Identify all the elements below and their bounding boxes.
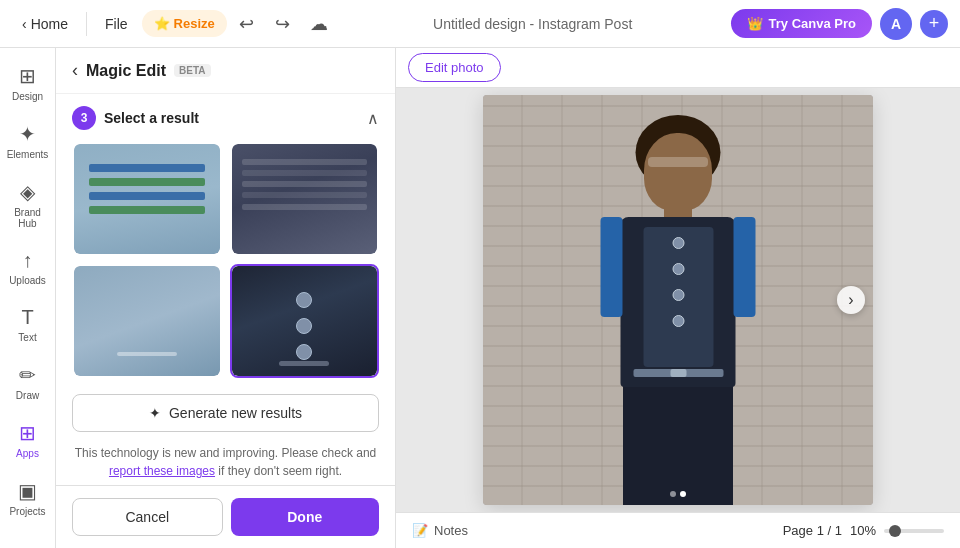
notice-text-after: if they don't seem right. [218, 464, 342, 478]
uploads-label: Uploads [9, 275, 46, 286]
page-indicator: Page 1 / 1 [783, 523, 842, 538]
notes-icon: 📝 [412, 523, 428, 538]
home-label: Home [31, 16, 68, 32]
panel-body: 3 Select a result ∧ [56, 94, 395, 485]
chevron-left-icon: ‹ [22, 16, 27, 32]
notes-label: Notes [434, 523, 468, 538]
result-item-4[interactable] [230, 264, 380, 378]
zoom-level: 10% [850, 523, 876, 538]
design-label: Design [12, 91, 43, 102]
save-button[interactable]: ☁ [303, 8, 335, 40]
left-sidebar: ⊞ Design ✦ Elements ◈ Brand Hub ↑ Upload… [0, 48, 56, 548]
apps-icon: ⊞ [19, 421, 36, 445]
draw-icon: ✏ [19, 363, 36, 387]
thumbnail-2 [232, 144, 378, 254]
notes-button[interactable]: 📝 Notes [412, 523, 468, 538]
panel-footer: Cancel Done [56, 485, 395, 548]
notice-paragraph: This technology is new and improving. Pl… [72, 444, 379, 480]
section-header: 3 Select a result ∧ [72, 106, 379, 130]
report-images-link[interactable]: report these images [109, 464, 215, 478]
canvas-image: › [483, 95, 873, 505]
brand-hub-label: Brand Hub [8, 207, 48, 229]
nav-dots [670, 491, 686, 497]
thumbnail-4 [232, 266, 378, 376]
nav-dot-1 [670, 491, 676, 497]
text-label: Text [18, 332, 36, 343]
brand-hub-icon: ◈ [20, 180, 35, 204]
sidebar-item-projects[interactable]: ▣ Projects [4, 471, 52, 525]
projects-label: Projects [9, 506, 45, 517]
thumbnail-3 [74, 266, 220, 376]
elements-label: Elements [7, 149, 49, 160]
cancel-button[interactable]: Cancel [72, 498, 223, 536]
notice-text-before: This technology is new and improving. Pl… [75, 446, 377, 460]
sidebar-item-draw[interactable]: ✏ Draw [4, 355, 52, 409]
sidebar-item-apps[interactable]: ⊞ Apps [4, 413, 52, 467]
redo-button[interactable]: ↪ [267, 8, 299, 40]
projects-icon: ▣ [18, 479, 37, 503]
bottom-right: Page 1 / 1 10% [783, 523, 944, 538]
resize-button[interactable]: ⭐ Resize [142, 10, 227, 37]
next-arrow-button[interactable]: › [837, 286, 865, 314]
bottom-bar: 📝 Notes Page 1 / 1 10% [396, 512, 960, 548]
elements-icon: ✦ [19, 122, 36, 146]
file-label: File [105, 16, 128, 32]
nav-dot-2 [680, 491, 686, 497]
text-icon: T [21, 306, 33, 329]
uploads-icon: ↑ [23, 249, 33, 272]
file-button[interactable]: File [95, 10, 138, 38]
panel-title: Magic Edit [86, 62, 166, 80]
collapse-button[interactable]: ∧ [367, 109, 379, 128]
avatar[interactable]: A [880, 8, 912, 40]
apps-label: Apps [16, 448, 39, 459]
canvas-workspace[interactable]: › [396, 88, 960, 512]
try-canva-button[interactable]: 👑 Try Canva Pro [731, 9, 872, 38]
canvas-toolbar: Edit photo [396, 48, 960, 88]
add-button[interactable]: + [920, 10, 948, 38]
generate-label: Generate new results [169, 405, 302, 421]
section-title: Select a result [104, 110, 367, 126]
result-item-3[interactable] [72, 264, 222, 378]
sidebar-item-uploads[interactable]: ↑ Uploads [4, 241, 52, 294]
sidebar-item-brand-hub[interactable]: ◈ Brand Hub [4, 172, 52, 237]
sidebar-item-elements[interactable]: ✦ Elements [4, 114, 52, 168]
topbar: ‹ Home File ⭐ Resize ↩ ↪ ☁ Untitled desi… [0, 0, 960, 48]
edit-photo-button[interactable]: Edit photo [408, 53, 501, 82]
star-icon: ⭐ [154, 16, 170, 31]
result-item-2[interactable] [230, 142, 380, 256]
crown-icon: 👑 [747, 16, 763, 31]
design-icon: ⊞ [19, 64, 36, 88]
resize-label: Resize [174, 16, 215, 31]
thumbnail-1 [74, 144, 220, 254]
done-button[interactable]: Done [231, 498, 380, 536]
result-grid [72, 142, 379, 378]
canvas-area: Edit photo [396, 48, 960, 548]
back-button[interactable]: ‹ [72, 60, 78, 81]
panel-header: ‹ Magic Edit BETA [56, 48, 395, 94]
person-figure [573, 105, 783, 505]
magic-edit-panel: ‹ Magic Edit BETA 3 Select a result ∧ [56, 48, 396, 548]
zoom-thumb [889, 525, 901, 537]
home-button[interactable]: ‹ Home [12, 10, 78, 38]
beta-badge: BETA [174, 64, 210, 77]
undo-button[interactable]: ↩ [231, 8, 263, 40]
sidebar-item-design[interactable]: ⊞ Design [4, 56, 52, 110]
topbar-right: 👑 Try Canva Pro A + [731, 8, 948, 40]
generate-results-button[interactable]: ✦ Generate new results [72, 394, 379, 432]
zoom-slider[interactable] [884, 529, 944, 533]
main-layout: ⊞ Design ✦ Elements ◈ Brand Hub ↑ Upload… [0, 48, 960, 548]
result-item-1[interactable] [72, 142, 222, 256]
try-canva-label: Try Canva Pro [769, 16, 856, 31]
separator [86, 12, 87, 36]
document-title: Untitled design - Instagram Post [339, 16, 727, 32]
draw-label: Draw [16, 390, 39, 401]
step-number: 3 [72, 106, 96, 130]
topbar-left: ‹ Home File ⭐ Resize ↩ ↪ ☁ [12, 8, 335, 40]
sidebar-item-text[interactable]: T Text [4, 298, 52, 351]
bottom-left: 📝 Notes [412, 523, 468, 538]
generate-icon: ✦ [149, 405, 161, 421]
